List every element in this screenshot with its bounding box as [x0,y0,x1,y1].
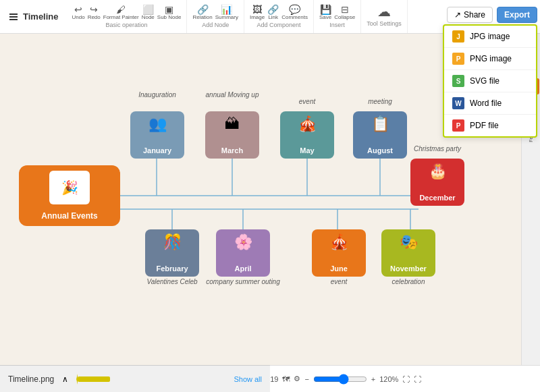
november-label: November [390,264,427,273]
pdf-icon: P [452,119,464,132]
june-icon: 🎪 [330,233,348,251]
annual-events-icon: 🎉 [49,171,90,204]
february-label: February [156,264,188,273]
annual-events-label: Annual Events [41,211,97,221]
redo-btn[interactable]: ↪Redo [88,4,101,20]
export-word-label: Word file [470,99,502,108]
export-jpg-item[interactable]: J JPG image [444,26,536,48]
december-icon: 🎂 [429,163,447,180]
relation-btn[interactable]: 🔗Relation [192,4,212,20]
link-btn[interactable]: 🔗Link [267,4,279,20]
export-png-label: PNG image [470,54,512,63]
svg-rect-15 [78,376,110,382]
add-node-section: 🔗Relation 📊Summary Add Node [187,0,244,33]
settings-icon[interactable]: ⚙ [294,374,300,383]
map-icon: 🗺 [282,375,290,383]
export-pdf-item[interactable]: P PDF file [444,115,536,136]
image-btn[interactable]: 🖼Image [250,4,265,20]
node-january[interactable]: 👥 January Inauguration [130,111,184,159]
january-icon: 👥 [148,115,167,133]
basic-operation-section: ↩Undo ↪Redo 🖌Format Painter ⬜Node ▣Sub N… [67,0,188,33]
app-title: Timeline [0,11,67,22]
export-button[interactable]: Export [497,7,537,23]
export-svg-item[interactable]: S SVG file [444,70,536,92]
tool-settings-section: ☁ Tool Settings [361,0,408,33]
february-annotation: Valentines Celeb [146,278,197,285]
download-bar: Timeline.png ∧ Show all [0,365,270,392]
export-png-item[interactable]: P PNG image [444,48,536,70]
may-label: May [300,146,314,155]
fit-screen-btn[interactable]: ⛶ [402,375,410,383]
format-painter-btn[interactable]: 🖌Format Painter [103,4,139,20]
fullscreen-btn[interactable]: ⛶ [414,375,421,383]
tool-settings-icon[interactable]: ☁ [377,4,391,19]
export-svg-label: SVG file [470,76,500,86]
april-icon: 🌸 [234,233,252,251]
summary-btn[interactable]: 📊Summary [215,4,238,20]
chevron-up-icon[interactable]: ∧ [62,374,68,384]
june-label: June [330,264,348,273]
node-november[interactable]: 🎭 November celebration [381,229,435,277]
zoom-out-btn[interactable]: − [304,375,308,383]
download-filename: Timeline.png [8,374,54,384]
export-pdf-label: PDF file [470,121,499,130]
word-icon: W [452,97,464,109]
node-annual-events[interactable]: 🎉 Annual Events [19,165,120,226]
december-annotation: Christmas party [414,145,461,152]
add-component-section: 🖼Image 🔗Link 💬Comments Add Component [244,0,314,33]
december-label: December [419,194,455,202]
show-all-button[interactable]: Show all [234,375,262,383]
download-arrow-indicator [76,371,117,387]
add-node-label: Add Node [202,22,229,28]
node-april[interactable]: 🌸 April company summer outing [216,229,270,277]
save-btn[interactable]: 💾Save [319,4,331,20]
march-annotation: annual Moving up [206,91,259,99]
april-annotation: company summer outing [206,278,280,285]
january-annotation: Inauguration [138,91,176,99]
collapse-btn[interactable]: ⊟Collapse [334,4,355,20]
header-right-buttons: ↗ Share Export [447,7,537,23]
insert-label: Insert [329,22,345,28]
basic-operation-label: Basic operation [105,22,147,28]
may-icon: 🎪 [298,115,317,133]
node-may[interactable]: 🎪 May event [280,111,334,159]
november-annotation: celebration [392,278,425,285]
svg-marker-16 [76,374,78,385]
march-icon: 🏔 [225,115,240,133]
node-august[interactable]: 📋 August meeting [353,111,407,159]
export-dropdown: J JPG image P PNG image S SVG file W Wor… [443,24,537,138]
tool-settings-label: Tool Settings [367,20,402,27]
node-march[interactable]: 🏔 March annual Moving up [205,111,259,159]
august-annotation: meeting [368,98,392,105]
add-component-label: Add Component [256,22,300,28]
png-icon: P [452,53,464,65]
may-annotation: event [299,98,315,105]
february-icon: 🎊 [163,233,182,251]
insert-section: 💾Save ⊟Collapse Insert [314,0,361,33]
zoom-slider[interactable] [313,374,367,385]
node-june[interactable]: 🎪 June event [312,229,366,277]
share-button[interactable]: ↗ Share [447,7,493,23]
comments-btn[interactable]: 💬Comments [281,4,308,20]
sub-node-btn[interactable]: ▣Sub Node [157,4,182,20]
node-btn[interactable]: ⬜Node [142,4,155,20]
zoom-in-btn[interactable]: + [371,375,375,383]
january-label: January [143,146,171,155]
zoom-level: 120% [379,375,398,383]
svg-icon: S [452,75,464,87]
november-icon: 🎭 [400,233,418,251]
export-word-item[interactable]: W Word file [444,92,536,115]
august-label: August [367,146,393,155]
node-december[interactable]: 🎂 December Christmas party [410,159,464,206]
jpg-icon: J [452,30,464,43]
export-jpg-label: JPG image [470,32,510,41]
august-icon: 📋 [371,115,389,133]
node-february[interactable]: 🎊 February Valentines Celeb [145,229,199,277]
undo-btn[interactable]: ↩Undo [72,4,85,20]
march-label: March [221,146,243,155]
june-annotation: event [331,278,347,285]
april-label: April [234,264,251,273]
